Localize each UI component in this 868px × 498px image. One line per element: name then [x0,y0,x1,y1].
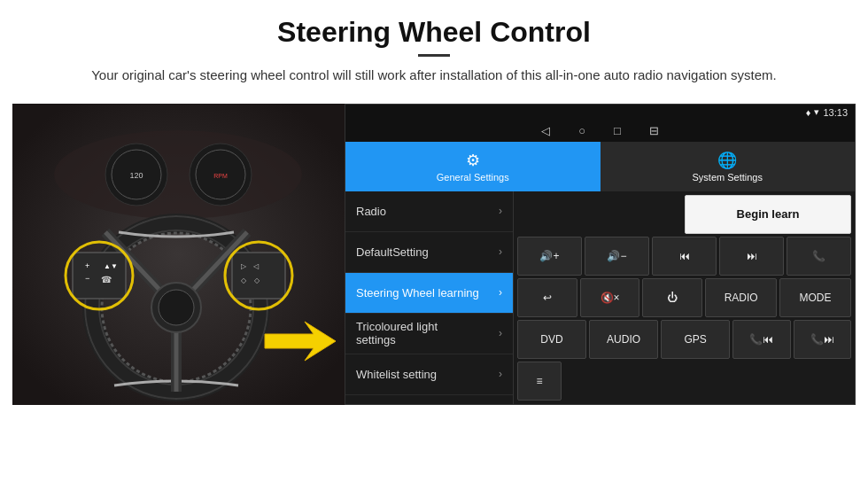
power-icon: ⏻ [667,292,678,304]
recent-nav-icon[interactable]: □ [614,124,621,137]
cast-nav-icon[interactable]: ⊟ [649,124,659,137]
content-area: 120 RPM + [0,93,868,405]
svg-point-20 [159,290,194,325]
chevron-icon-radio: › [499,205,502,217]
svg-point-1 [54,130,302,219]
title-divider [418,54,450,57]
mode-button[interactable]: MODE [779,278,851,317]
empty-space [517,195,682,234]
svg-text:▷: ▷ [241,262,247,270]
system-settings-label: System Settings [693,172,763,183]
menu-item-tricoloured-label: Tricoloured lightsettings [356,320,438,346]
audio-label: AUDIO [607,333,640,346]
svg-text:120: 120 [129,171,143,180]
statusbar-icons: ♦ ▾ [806,106,820,118]
svg-rect-26 [232,253,285,299]
menu-item-whitelist-label: Whitelist setting [356,368,437,381]
page-title: Steering Wheel Control [35,16,833,49]
left-menu: Radio › DefaultSetting › Steering Wheel … [345,191,514,404]
chevron-icon-steering: › [499,286,502,299]
next-button[interactable]: ⏭ [719,237,784,276]
begin-learn-row: Begin learn [517,195,851,234]
mode-label: MODE [800,292,832,304]
svg-text:◇: ◇ [241,276,247,284]
location-icon: ♦ [806,107,811,118]
tel-prev-button[interactable]: 📞⏮ [732,320,790,359]
menu-item-radio-label: Radio [356,205,386,218]
menu-item-default-setting[interactable]: DefaultSetting › [345,232,513,273]
menu-icon: ≡ [536,375,542,387]
hangup-button[interactable]: ↩ [517,278,577,317]
svg-text:+: + [85,261,89,270]
chevron-icon-default: › [499,245,502,258]
gps-label: GPS [685,333,707,346]
page-subtitle: Your original car's steering wheel contr… [71,66,797,86]
tel-next-icon: 📞⏭ [810,333,834,346]
page-header: Steering Wheel Control Your original car… [0,0,868,93]
home-nav-icon[interactable]: ○ [578,124,585,137]
menu-item-radio[interactable]: Radio › [345,191,513,232]
control-row-2: ↩ 🔇× ⏻ RADIO MODE [517,278,851,317]
menu-item-tricoloured[interactable]: Tricoloured lightsettings › [345,314,513,354]
hangup-icon: ↩ [543,292,552,304]
android-navbar: ◁ ○ □ ⊟ [345,121,855,142]
statusbar-time: 13:13 [823,107,848,118]
control-row-3: DVD AUDIO GPS 📞⏮ 📞⏭ [517,320,851,359]
gps-button[interactable]: GPS [661,320,730,359]
svg-text:▲▼: ▲▼ [104,262,118,270]
chevron-icon-tricoloured: › [499,327,502,339]
system-settings-icon: 🌐 [717,151,737,170]
menu-item-steering-wheel[interactable]: Steering Wheel learning › [345,273,513,314]
menu-item-steering-label: Steering Wheel learning [356,286,479,300]
prev-icon: ⏮ [679,250,690,262]
tab-system[interactable]: 🌐 System Settings [601,142,856,191]
control-row-4: ≡ [517,362,851,401]
power-button[interactable]: ⏻ [642,278,702,317]
tel-prev-icon: 📞⏮ [749,333,773,346]
next-icon: ⏭ [747,250,757,262]
steering-wheel-image: 120 RPM + [12,104,345,405]
radio-label: RADIO [725,292,758,304]
svg-text:☎: ☎ [101,275,112,284]
dvd-button[interactable]: DVD [517,320,586,359]
radio-button[interactable]: RADIO [705,278,777,317]
menu-buttons-area: Radio › DefaultSetting › Steering Wheel … [345,191,855,404]
menu-item-whitelist[interactable]: Whitelist setting › [345,354,513,395]
menu-item-default-label: DefaultSetting [356,245,429,259]
back-nav-icon[interactable]: ◁ [541,124,550,137]
general-settings-icon: ⚙ [466,151,480,170]
svg-text:−: − [85,274,89,283]
svg-text:◁: ◁ [253,262,260,270]
call-icon: 📞 [812,250,825,262]
menu-btn[interactable]: ≡ [517,362,562,401]
right-buttons: Begin learn 🔊+ 🔊− ⏮ ⏭ [514,191,855,404]
tel-next-button[interactable]: 📞⏭ [794,320,851,359]
vol-up-icon: 🔊+ [539,250,559,262]
mute-icon: 🔇× [601,292,620,304]
statusbar: ♦ ▾ 13:13 [345,105,855,121]
vol-up-button[interactable]: 🔊+ [517,237,582,276]
android-ui: ♦ ▾ 13:13 ◁ ○ □ ⊟ ⚙ General Settings 🌐 S… [345,104,856,405]
vol-down-icon: 🔊− [607,250,626,262]
vol-down-button[interactable]: 🔊− [585,237,649,276]
call-button[interactable]: 📞 [787,237,851,276]
general-settings-label: General Settings [437,172,509,183]
prev-button[interactable]: ⏮ [652,237,717,276]
chevron-icon-whitelist: › [499,368,502,380]
tab-general[interactable]: ⚙ General Settings [345,142,601,191]
wifi-icon: ▾ [814,106,819,118]
dvd-label: DVD [540,333,562,346]
settings-tabs: ⚙ General Settings 🌐 System Settings [345,142,855,191]
audio-button[interactable]: AUDIO [589,320,658,359]
control-row-1: 🔊+ 🔊− ⏮ ⏭ 📞 [517,237,851,276]
svg-text:RPM: RPM [213,173,228,179]
mute-button[interactable]: 🔇× [580,278,640,317]
svg-text:◇: ◇ [254,276,260,284]
svg-rect-21 [73,253,126,299]
begin-learn-button[interactable]: Begin learn [685,195,851,234]
